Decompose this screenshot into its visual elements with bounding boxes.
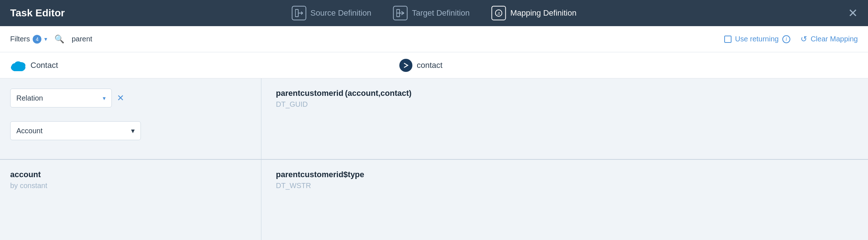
app-title: Task Editor	[10, 7, 65, 19]
account-dropdown-value: Account	[16, 127, 42, 135]
target-label: contact	[399, 59, 443, 72]
filters-count-badge: 4	[33, 35, 41, 44]
source-target-bar: Contact contact	[0, 52, 868, 78]
clear-mapping-button[interactable]: ↺ Clear Mapping	[800, 34, 858, 44]
source-field-sub: by constant	[10, 182, 251, 190]
source-label: Contact	[10, 60, 58, 71]
tab-target-label: Target Definition	[412, 8, 470, 18]
mapping-definition-icon: ♬	[492, 6, 506, 20]
target-arrow-icon	[399, 59, 412, 72]
right-field-panel-bottom: parentcustomerid$type DT_WSTR	[261, 160, 868, 240]
relation-dropdown-value: Relation	[16, 94, 43, 102]
filters-chevron-icon: ▾	[44, 36, 47, 42]
header-tabs: Source Definition Target Definition ♬	[292, 6, 576, 20]
source-definition-icon	[292, 6, 306, 20]
salesforce-cloud-icon	[10, 60, 26, 71]
tab-mapping[interactable]: ♬ Mapping Definition	[492, 6, 576, 20]
toolbar: Filters 4 ▾ 🔍 parent Use returning i ↺ C…	[0, 26, 868, 52]
field-type-text-top: DT_GUID	[276, 100, 853, 109]
search-icon: 🔍	[54, 34, 64, 44]
tab-target[interactable]: Target Definition	[393, 6, 470, 20]
left-filter-panel: Relation ▾ ✕ Account ▾	[0, 78, 261, 159]
target-name: contact	[417, 61, 443, 70]
filters-button[interactable]: Filters 4 ▾	[10, 35, 47, 44]
field-context-parens: (account,contact)	[345, 89, 411, 98]
svg-text:♬: ♬	[497, 11, 501, 16]
tab-source-label: Source Definition	[310, 8, 371, 18]
right-field-panel-top: parentcustomerid (account,contact) DT_GU…	[261, 78, 868, 159]
relation-dropdown[interactable]: Relation ▾	[10, 89, 112, 107]
account-dropdown-caret-icon: ▾	[131, 126, 135, 135]
relation-dropdown-caret-icon: ▾	[103, 95, 106, 102]
header: Task Editor Source Definition	[0, 0, 868, 26]
filters-label: Filters	[10, 35, 30, 43]
use-returning-checkbox[interactable]	[724, 36, 732, 43]
source-field-name: account	[10, 170, 251, 179]
use-returning-label: Use returning	[735, 35, 779, 43]
mapping-row-bottom: account by constant parentcustomerid$typ…	[0, 160, 868, 240]
target-field-name-bottom: parentcustomerid$type	[276, 170, 853, 179]
target-field-name-top: parentcustomerid (account,contact)	[276, 89, 853, 98]
field-type-text-bottom: DT_WSTR	[276, 182, 853, 190]
toolbar-right: Use returning i ↺ Clear Mapping	[724, 34, 858, 44]
target-definition-icon	[393, 6, 408, 20]
relation-filter-row: Relation ▾ ✕	[10, 89, 251, 107]
search-value: parent	[72, 35, 92, 43]
refresh-icon: ↺	[800, 34, 807, 44]
source-name: Contact	[30, 61, 58, 70]
close-button[interactable]: ✕	[848, 6, 858, 20]
info-icon[interactable]: i	[782, 35, 790, 43]
field-name-text: parentcustomerid	[276, 89, 343, 98]
svg-point-9	[15, 61, 22, 67]
left-source-panel: account by constant	[0, 160, 261, 240]
tab-source[interactable]: Source Definition	[292, 6, 371, 20]
clear-mapping-label: Clear Mapping	[811, 35, 858, 43]
use-returning-option[interactable]: Use returning i	[724, 35, 790, 43]
mapping-row-top: Relation ▾ ✕ Account ▾ parentcustomerid …	[0, 78, 868, 159]
clear-filter-button[interactable]: ✕	[117, 93, 124, 103]
svg-rect-0	[295, 9, 298, 17]
tab-mapping-label: Mapping Definition	[510, 8, 576, 18]
account-filter-row: Account ▾	[10, 121, 251, 140]
account-dropdown[interactable]: Account ▾	[10, 121, 141, 140]
